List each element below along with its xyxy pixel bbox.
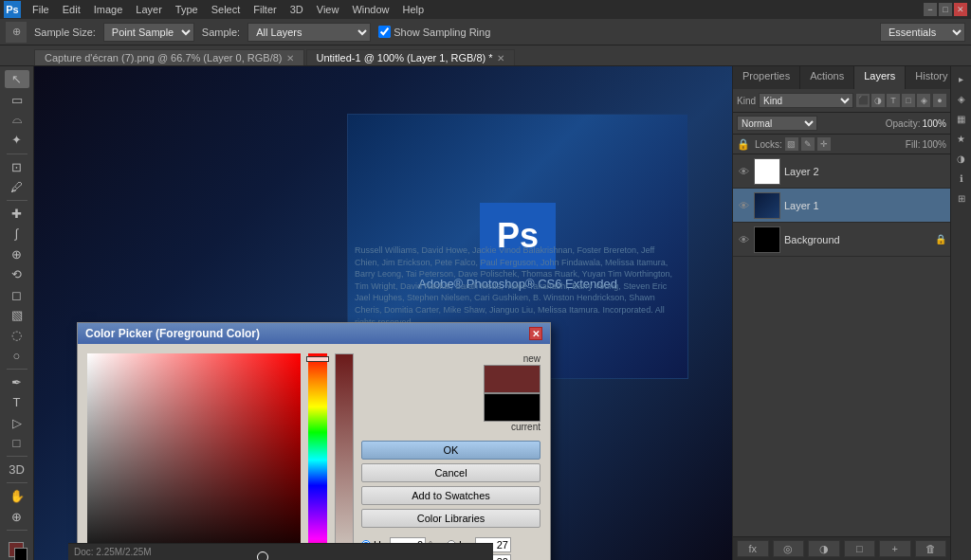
app-icon: Ps [4, 1, 21, 18]
filter-kind-select[interactable]: Kind [759, 93, 853, 108]
layers-blend-bar: Normal Opacity: 100% [733, 113, 950, 135]
layer-item-bg[interactable]: 👁 Background 🔒 [733, 223, 950, 257]
show-sampling-ring-checkbox[interactable] [378, 26, 391, 38]
layer-mask-button[interactable]: ◎ [773, 540, 805, 557]
tool-heal[interactable]: ✚ [5, 205, 29, 223]
layer-2-visibility[interactable]: 👁 [737, 165, 750, 178]
tool-3d[interactable]: 3D [5, 461, 29, 479]
tool-move[interactable]: ↖ [5, 70, 29, 88]
opacity-area: Opacity: 100% [886, 118, 946, 129]
layer-new-button[interactable]: + [879, 540, 911, 557]
blend-mode-select[interactable]: Normal [737, 116, 817, 131]
filter-toggle-icon[interactable]: ● [933, 94, 946, 107]
ok-button[interactable]: OK [361, 441, 540, 460]
layer-item-1[interactable]: 👁 Layer 1 [733, 189, 950, 223]
filter-type-icon[interactable]: T [887, 94, 900, 107]
tool-clone[interactable]: ⊕ [5, 245, 29, 263]
color-gradient-square[interactable] [87, 353, 301, 560]
tool-zoom[interactable]: ⊕ [5, 508, 29, 526]
filter-smart-icon[interactable]: ◈ [917, 94, 930, 107]
tool-text[interactable]: T [5, 393, 29, 411]
canvas-area[interactable]: Ps Adobe® Photoshop® CS6 Extended Russel… [34, 66, 732, 560]
hue-slider[interactable] [308, 353, 327, 560]
layer-delete-button[interactable]: 🗑 [915, 540, 947, 557]
rs-swatches-icon[interactable]: ▦ [953, 110, 970, 127]
tool-gradient[interactable]: ▧ [5, 306, 29, 324]
menu-window[interactable]: Window [346, 2, 394, 17]
layer-bg-visibility[interactable]: 👁 [737, 233, 750, 246]
sample-select[interactable]: All Layers [247, 23, 371, 42]
rs-style-icon[interactable]: ★ [953, 130, 970, 147]
tab-0-label: Capture d'écran (7).png @ 66.7% (Layer 0… [45, 52, 283, 63]
tool-path-select[interactable]: ▷ [5, 414, 29, 432]
tool-blur[interactable]: ◌ [5, 326, 29, 344]
filter-shape-icon[interactable]: □ [902, 94, 915, 107]
filter-adjust-icon[interactable]: ◑ [871, 94, 885, 107]
tool-crop[interactable]: ⊡ [5, 157, 29, 175]
current-color-swatch[interactable] [484, 393, 540, 422]
sample-size-select[interactable]: Point Sample [103, 23, 194, 42]
color-libraries-button[interactable]: Color Libraries [361, 509, 540, 528]
menu-image[interactable]: Image [88, 2, 129, 17]
layer-adjustment-button[interactable]: ◑ [808, 540, 840, 557]
tool-brush[interactable]: ∫ [5, 225, 29, 243]
rs-adjust-icon[interactable]: ◑ [953, 150, 970, 167]
color-picker-body: new current OK Cancel Add to Swatches Co… [78, 344, 550, 560]
filter-pixel-icon[interactable]: ⬛ [856, 94, 870, 107]
rs-color-icon[interactable]: ◈ [953, 90, 970, 107]
layer-item-2[interactable]: 👁 Layer 2 [733, 154, 950, 189]
tool-eraser[interactable]: ◻ [5, 285, 29, 303]
tool-shape[interactable]: □ [5, 434, 29, 452]
foreground-background-colors[interactable] [5, 538, 29, 556]
layers-lock-bar: 🔒 Locks: ▧ ✎ ✛ Fill: 100% [733, 135, 950, 154]
alpha-slider[interactable] [335, 353, 354, 560]
opacity-value: 100% [922, 118, 946, 129]
layer-1-visibility[interactable]: 👁 [737, 199, 750, 212]
tab-properties[interactable]: Properties [733, 66, 800, 89]
tool-lasso[interactable]: ⌓ [5, 111, 29, 129]
maximize-button[interactable]: □ [939, 3, 952, 16]
layer-group-button[interactable]: □ [844, 540, 876, 557]
tab-1[interactable]: Untitled-1 @ 100% (Layer 1, RGB/8) * ✕ [306, 49, 515, 65]
tab-layers[interactable]: Layers [854, 66, 906, 89]
toolbar-separator-1 [7, 154, 27, 154]
lock-transparent-icon[interactable]: ▧ [785, 137, 798, 151]
menu-layer[interactable]: Layer [130, 2, 168, 17]
tool-magic-wand[interactable]: ✦ [5, 131, 29, 149]
toolbar-separator-2 [7, 200, 27, 201]
rs-collapse-icon[interactable]: ▸ [953, 70, 970, 87]
new-label: new [523, 353, 540, 364]
tab-actions[interactable]: Actions [800, 66, 854, 89]
add-to-swatches-button[interactable]: Add to Swatches [361, 486, 540, 505]
new-color-swatch[interactable] [484, 365, 540, 393]
rs-nav-icon[interactable]: ⊞ [953, 190, 970, 207]
tab-0[interactable]: Capture d'écran (7).png @ 66.7% (Layer 0… [34, 49, 304, 65]
hue-slider-thumb[interactable] [306, 356, 329, 362]
menu-select[interactable]: Select [206, 2, 247, 17]
minimize-button[interactable]: − [924, 3, 937, 16]
menu-type[interactable]: Type [170, 2, 204, 17]
layer-fx-button[interactable]: fx [737, 540, 769, 557]
menu-edit[interactable]: Edit [57, 2, 86, 17]
menu-help[interactable]: Help [397, 2, 431, 17]
tool-dodge[interactable]: ○ [5, 347, 29, 365]
menu-view[interactable]: View [311, 2, 345, 17]
tool-eyedropper[interactable]: 🖊 [5, 178, 29, 196]
workspace-select[interactable]: Essentials [880, 23, 965, 42]
background-color[interactable] [14, 548, 27, 560]
tool-history[interactable]: ⟲ [5, 265, 29, 283]
lock-paint-icon[interactable]: ✎ [801, 137, 815, 151]
rs-info-icon[interactable]: ℹ [953, 170, 970, 187]
color-picker-close-button[interactable]: ✕ [529, 327, 542, 340]
tab-0-close[interactable]: ✕ [286, 53, 294, 63]
menu-filter[interactable]: Filter [247, 2, 282, 17]
tool-marquee[interactable]: ▭ [5, 90, 29, 108]
tool-pen[interactable]: ✒ [5, 373, 29, 391]
tool-hand[interactable]: ✋ [5, 487, 29, 505]
cancel-button[interactable]: Cancel [361, 463, 540, 482]
close-button[interactable]: ✕ [954, 3, 967, 16]
tab-1-close[interactable]: ✕ [497, 53, 504, 63]
menu-file[interactable]: File [27, 2, 55, 17]
lock-position-icon[interactable]: ✛ [817, 137, 831, 151]
menu-3d[interactable]: 3D [284, 2, 309, 17]
